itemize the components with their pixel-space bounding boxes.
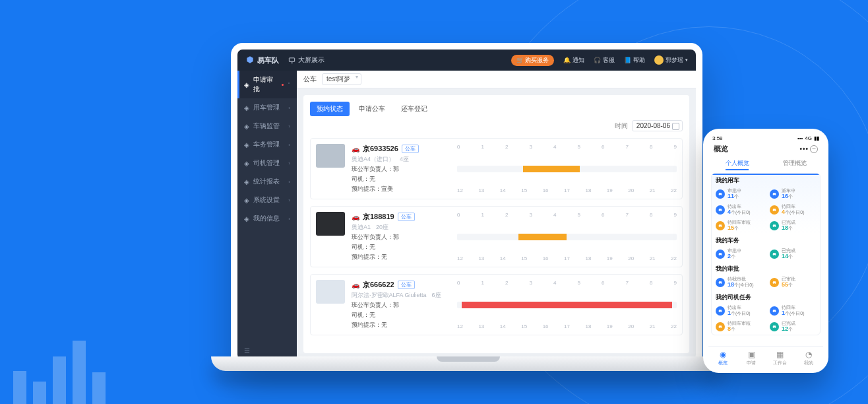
- steer-icon: ◈: [244, 160, 249, 167]
- nav-icon: ▦: [776, 350, 784, 359]
- sidebar-item[interactable]: ◈车辆监管›: [237, 117, 297, 135]
- phone-tab[interactable]: 管理概览: [766, 156, 823, 170]
- sidebar-item[interactable]: ◈司机管理›: [237, 154, 297, 172]
- badge-dot: [282, 84, 284, 86]
- hexagon-icon: [245, 55, 255, 65]
- chevron-right-icon: ›: [288, 216, 290, 222]
- phone-tabs: 个人概览管理概览: [708, 156, 823, 170]
- vehicle-thumb: [316, 212, 345, 236]
- timeline: 01234567891213141516171819202122: [457, 144, 677, 193]
- chart-icon: ◈: [244, 178, 249, 185]
- stat-item[interactable]: 待回车1个(今日0): [766, 303, 820, 319]
- phone-nav-item[interactable]: ▦工作台: [766, 347, 795, 369]
- buy-service-button[interactable]: 🛒购买服务: [511, 55, 554, 66]
- cog-icon: ◈: [244, 197, 249, 204]
- car-icon: 🚗: [352, 213, 359, 220]
- stat-icon: [716, 278, 725, 287]
- service-link[interactable]: 🎧客服: [594, 56, 615, 65]
- stat-item[interactable]: 待我审批18个(今日0): [712, 275, 766, 290]
- web-app: 易车队 大屏展示 🛒购买服务 🔔通知 🎧客服 📘帮助 郭梦瑶▾ ◈申请审批˅◈用…: [237, 50, 696, 360]
- stat-icon: [770, 278, 779, 287]
- nav-icon: ◔: [805, 350, 812, 359]
- chevron-right-icon: ›: [288, 197, 290, 203]
- phone-nav-item[interactable]: ▣申请: [737, 347, 766, 369]
- nav-icon: ◉: [720, 350, 726, 359]
- stat-icon: [716, 205, 725, 215]
- phone-page-title: 概览: [714, 144, 728, 154]
- stat-icon: [770, 205, 779, 215]
- stat-item[interactable]: 已完成18个: [766, 218, 820, 234]
- stat-item[interactable]: 待出车4个(今日0): [712, 202, 766, 218]
- vehicle-thumb: [316, 144, 345, 168]
- big-screen-link[interactable]: 大屏展示: [288, 55, 325, 65]
- tab[interactable]: 预约状态: [310, 102, 350, 116]
- stat-item[interactable]: 待回车审核15个: [712, 218, 766, 234]
- plate-number[interactable]: 京666622: [363, 280, 394, 290]
- stat-icon: [716, 306, 725, 316]
- stat-item[interactable]: 已完成14个: [766, 246, 820, 262]
- sidebar: ◈申请审批˅◈用车管理›◈车辆监管›◈车务管理›◈司机管理›◈统计报表›◈系统设…: [237, 71, 297, 360]
- stat-icon: [716, 221, 725, 230]
- gear-icon: ◈: [244, 141, 249, 149]
- tab[interactable]: 申请公车: [352, 102, 392, 116]
- section-title: 我的审批: [712, 262, 820, 275]
- phone-nav-item[interactable]: ◔我的: [795, 347, 824, 369]
- close-icon[interactable]: ─: [810, 145, 818, 153]
- sidebar-item[interactable]: ◈申请审批˅: [237, 71, 297, 98]
- stat-item[interactable]: 审批中11个: [712, 186, 766, 202]
- sidebar-item[interactable]: ◈系统设置›: [237, 191, 297, 209]
- vehicle-thumb: [316, 280, 345, 304]
- chevron-right-icon: ›: [288, 142, 290, 148]
- section-title: 我的车务: [712, 234, 820, 246]
- stat-icon: [770, 250, 779, 259]
- phone-status-bar: 3:58 •••4G▮▮: [708, 135, 823, 141]
- date-picker[interactable]: 2020-08-06: [632, 120, 683, 131]
- section-title: 我的司机任务: [712, 290, 820, 303]
- chevron-down-icon: ˅: [288, 82, 290, 88]
- stat-item[interactable]: 派车中16个: [766, 186, 820, 202]
- stat-item[interactable]: 已审批55个: [766, 275, 820, 290]
- monitor-icon: [288, 57, 295, 64]
- stat-icon: [770, 322, 779, 331]
- sidebar-item[interactable]: ◈用车管理›: [237, 98, 297, 117]
- stat-item[interactable]: 待回车4个(今日0): [766, 202, 820, 218]
- stat-item[interactable]: 待出车1个(今日0): [712, 303, 766, 319]
- sidebar-item[interactable]: ◈我的信息›: [237, 209, 297, 228]
- phone-frame: 3:58 •••4G▮▮ 概览 ••• ─ 个人概览管理概览 我的用车审批中11…: [703, 129, 828, 373]
- phone-bottom-nav: ◉概览▣申请▦工作台◔我的: [708, 346, 823, 369]
- phone-nav-item[interactable]: ◉概览: [708, 347, 737, 369]
- help-link[interactable]: 📘帮助: [624, 56, 645, 65]
- plate-number[interactable]: 京188819: [363, 212, 394, 222]
- car-icon: ◈: [244, 123, 249, 130]
- user-menu[interactable]: 郭梦瑶▾: [654, 55, 688, 65]
- vehicle-card: 🚗京6933526公车奥迪A4（进口）4座班公车负责人：郭司机：无预约提示：宣美…: [310, 138, 683, 199]
- stat-item[interactable]: 审批中2个: [712, 246, 766, 262]
- notice-link[interactable]: 🔔通知: [563, 56, 584, 65]
- sidebar-item[interactable]: ◈统计报表›: [237, 172, 297, 191]
- vehicle-tag: 公车: [402, 145, 419, 153]
- svg-rect-0: [289, 57, 294, 61]
- date-label: 时间: [615, 121, 628, 131]
- team-select[interactable]: test阿梦: [322, 73, 361, 85]
- laptop-base: [211, 356, 726, 371]
- bg-bars: [13, 341, 106, 404]
- sidebar-item[interactable]: ◈车务管理›: [237, 135, 297, 154]
- timeline-track: [457, 166, 677, 172]
- stat-item[interactable]: 待回车审核8个: [712, 319, 766, 335]
- stat-icon: [770, 189, 779, 199]
- phone-body: 我的用车审批中11个派车中16个待出车4个(今日0)待回车4个(今日0)待回车审…: [711, 173, 821, 335]
- section-title: 我的用车: [712, 174, 820, 186]
- stat-item[interactable]: 已完成12个: [766, 319, 820, 335]
- stat-icon: [716, 189, 725, 199]
- car-icon: 🚗: [352, 281, 359, 288]
- phone-tab[interactable]: 个人概览: [708, 156, 766, 170]
- top-bar: 易车队 大屏展示 🛒购买服务 🔔通知 🎧客服 📘帮助 郭梦瑶▾: [237, 50, 696, 71]
- tab[interactable]: 还车登记: [394, 102, 434, 116]
- vehicle-tag: 公车: [398, 213, 415, 221]
- plate-number[interactable]: 京6933526: [363, 144, 398, 154]
- timeline: 01234567891213141516171819202122: [457, 280, 677, 329]
- tabs: 预约状态申请公车还车登记: [310, 102, 683, 116]
- vehicle-tag: 公车: [398, 281, 415, 289]
- phone-header-actions[interactable]: ••• ─: [799, 145, 818, 153]
- timeline-track: [457, 302, 677, 308]
